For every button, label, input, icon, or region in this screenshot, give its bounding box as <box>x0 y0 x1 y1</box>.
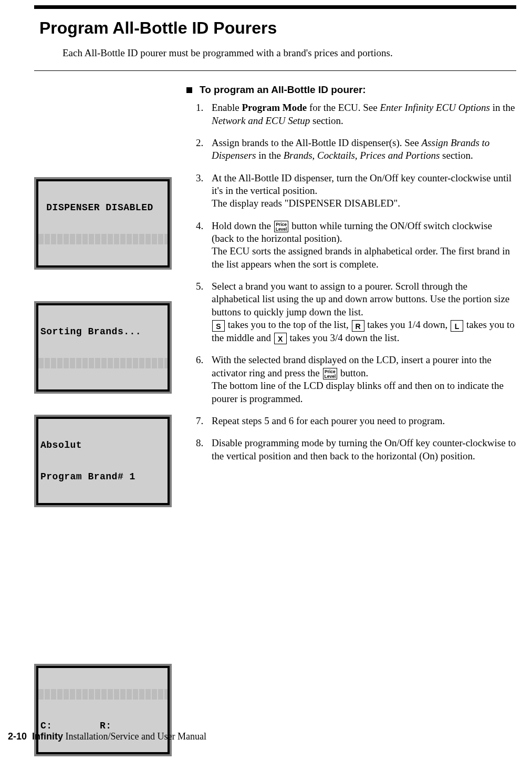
text: Assign brands to the All-Bottle ID dispe… <box>212 137 421 148</box>
step-8: Disable programming mode by turning the … <box>212 437 516 463</box>
text: button. <box>338 367 368 378</box>
bold-text: Program Mode <box>242 102 307 113</box>
step-5: Select a brand you want to assign to a p… <box>212 280 516 344</box>
step-4: Hold down the PriceLevel button while tu… <box>212 220 516 271</box>
task-title: To program an All-Bottle ID pourer: <box>200 84 366 96</box>
text: section. <box>310 115 343 126</box>
lcd-line: Sorting Brands... <box>38 326 168 337</box>
text: Disable programming mode by turning the … <box>212 437 516 461</box>
horizontal-rule <box>34 70 516 71</box>
price-level-button-icon: PriceLevel <box>323 368 338 379</box>
lcd-display-brand: Absolut Program Brand# 1 <box>34 415 172 507</box>
lcd-blank-line <box>38 234 168 244</box>
lcd-display-cr: C: R: <box>34 664 172 756</box>
text: in the <box>490 102 515 113</box>
text: Enable <box>212 102 242 113</box>
text: takes you to the top of the list, <box>225 319 351 330</box>
lcd-blank-line <box>38 689 168 700</box>
price-level-button-icon: PriceLevel <box>274 221 289 232</box>
text: takes you 1/4 down, <box>365 319 451 330</box>
text: section. <box>440 150 473 161</box>
text: takes you 3/4 down the list. <box>287 332 400 343</box>
italic-text: Enter Infinity ECU Options <box>380 102 490 113</box>
lcd-display-disabled: DISPENSER DISABLED <box>34 177 172 270</box>
header-bar <box>34 5 516 9</box>
l-button-icon: L <box>451 320 463 332</box>
square-bullet-icon <box>186 87 192 93</box>
text: in the <box>256 150 283 161</box>
page-title: Program All-Bottle ID Pourers <box>39 18 516 38</box>
step-2: Assign brands to the All-Bottle ID dispe… <box>212 137 516 162</box>
step-7: Repeat steps 5 and 6 for each pourer you… <box>212 415 516 427</box>
x-button-icon: X <box>274 333 287 344</box>
lcd-line: DISPENSER DISABLED <box>38 202 168 213</box>
r-button-icon: R <box>352 320 364 332</box>
text: Select a brand you want to assign to a p… <box>212 281 509 317</box>
text: for the ECU. See <box>307 102 380 113</box>
page-number: 2-10 <box>8 731 27 742</box>
lcd-blank-line <box>38 358 168 368</box>
lcd-line: Absolut <box>38 440 168 450</box>
task-header: To program an All-Bottle ID pourer: <box>186 84 516 96</box>
text: Repeat steps 5 and 6 for each pourer you… <box>212 415 445 426</box>
footer-text: Installation/Service and User Manual <box>63 731 206 742</box>
lcd-column: DISPENSER DISABLED Sorting Brands... Abs… <box>34 84 186 756</box>
italic-text: Brands, Cocktails, Prices and Portions <box>284 150 440 161</box>
text: The display reads "DISPENSER DISABLED". <box>212 198 400 209</box>
lcd-line: Program Brand# 1 <box>38 471 168 482</box>
page-footer: 2-10 Infinity Installation/Service and U… <box>8 731 206 742</box>
s-button-icon: S <box>212 320 225 332</box>
step-6: With the selected brand displayed on the… <box>212 354 516 405</box>
text: The ECU sorts the assigned brands in alp… <box>212 245 510 269</box>
intro-text: Each All-Bottle ID pourer must be progra… <box>62 47 516 59</box>
text: Hold down the <box>212 220 274 231</box>
italic-text: Network and ECU Setup <box>212 115 310 126</box>
step-1: Enable Program Mode for the ECU. See Ent… <box>212 101 516 127</box>
lcd-display-sorting: Sorting Brands... <box>34 301 172 394</box>
lcd-line: C: R: <box>38 721 168 731</box>
step-3: At the All-Bottle ID dispenser, turn the… <box>212 172 516 210</box>
product-name: Infinity <box>32 731 63 742</box>
text: At the All-Bottle ID dispenser, turn the… <box>212 172 512 196</box>
text: The bottom line of the LCD display blink… <box>212 380 504 404</box>
